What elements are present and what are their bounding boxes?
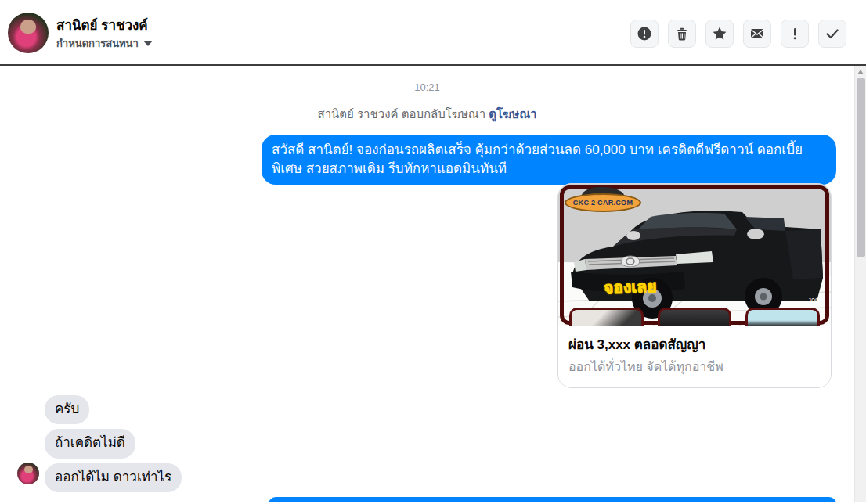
photo-watermark: J090 <box>807 297 823 304</box>
outgoing-message-bubble: สวัสดี สานิตย์! จองก่อนรถผลิตเสร็จ คุ้มก… <box>262 135 836 185</box>
conversation-header: สานิตย์ ราชวงค์ กำหนดการสนทนา <box>0 0 866 66</box>
view-ad-link[interactable]: ดูโฆษณา <box>489 107 536 121</box>
incoming-message-bubble: ออกได้ไม ดาวเท่าไร <box>45 463 182 492</box>
chevron-down-icon <box>143 41 153 46</box>
ad-card-subtitle: ออกได้ทั่วไทย จัดได้ทุกอาชีพ <box>568 357 821 376</box>
ad-card-image: CKC 2 CAR.COM จองเลย J090 <box>558 184 831 326</box>
timestamp: 10:21 <box>0 81 854 93</box>
scroll-up-arrow-icon[interactable] <box>857 70 864 74</box>
delete-button[interactable] <box>668 20 696 48</box>
schedule-conversation-label: กำหนดการสนทนา <box>56 35 139 52</box>
avatar-small <box>17 463 39 484</box>
incoming-message-bubble: ครับ <box>45 395 89 424</box>
important-button[interactable] <box>781 20 809 48</box>
incoming-message-group: ครับ ถ้าเคดิตไม่ดี ออกได้ไม ดาวเท่าไร <box>45 395 182 492</box>
outgoing-message-bubble-partial <box>269 497 836 502</box>
photo-thumbnails <box>558 308 831 326</box>
trash-icon <box>674 26 690 41</box>
book-now-sticker: จองเลย <box>603 273 657 301</box>
thumbnail-2 <box>658 308 732 326</box>
star-icon <box>712 26 727 41</box>
scrollbar[interactable] <box>854 66 866 502</box>
envelope-icon <box>749 26 765 41</box>
check-icon <box>825 26 840 41</box>
incoming-message-bubble: ถ้าเคดิตไม่ดี <box>45 429 135 458</box>
dealer-logo: CKC 2 CAR.COM <box>565 187 641 214</box>
thumbnail-3 <box>745 308 820 326</box>
mark-unread-button[interactable] <box>743 20 771 48</box>
ad-reply-context: สานิตย์ ราชวงค์ ตอบกลับโฆษณา ดูโฆษณา <box>0 105 854 124</box>
ad-card-title: ผ่อน 3,xxx ตลอดสัญญา <box>568 333 821 355</box>
circle-exclamation-icon <box>637 26 652 41</box>
exclamation-icon <box>787 26 803 41</box>
star-button[interactable] <box>705 20 734 48</box>
report-button[interactable] <box>630 20 659 48</box>
ad-card-footer: ผ่อน 3,xxx ตลอดสัญญา ออกได้ทั่วไทย จัดได… <box>558 326 831 387</box>
scrollbar-thumb[interactable] <box>857 78 865 257</box>
header-actions <box>630 20 846 48</box>
message-thread: 10:21 สานิตย์ ราชวงค์ ตอบกลับโฆษณา ดูโฆษ… <box>0 66 866 502</box>
ad-reply-context-text: สานิตย์ ราชวงค์ ตอบกลับโฆษณา <box>318 107 486 121</box>
thumbnail-1 <box>569 308 644 326</box>
contact-name: สานิตย์ ราชวงค์ <box>56 14 148 35</box>
ad-card[interactable]: CKC 2 CAR.COM จองเลย J090 ผ่อน 3,xxx ตลอ… <box>557 183 832 388</box>
dealer-logo-text: CKC 2 CAR.COM <box>573 199 633 207</box>
avatar[interactable] <box>8 13 49 53</box>
schedule-conversation-dropdown[interactable]: กำหนดการสนทนา <box>56 35 153 52</box>
mark-done-button[interactable] <box>818 20 846 48</box>
